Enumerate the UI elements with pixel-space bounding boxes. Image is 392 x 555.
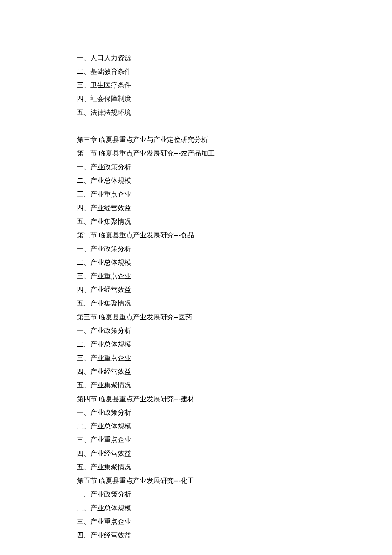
toc-line: 第一节 临夏县重点产业发展研究---农产品加工 [77, 147, 315, 160]
toc-line: 一、产业政策分析 [77, 242, 315, 256]
toc-line: 三、卫生医疗条件 [77, 78, 315, 92]
toc-line: 五、产业集聚情况 [77, 215, 315, 228]
toc-line: 四、社会保障制度 [77, 92, 315, 106]
toc-line: 三、产业重点企业 [77, 433, 315, 447]
toc-line: 一、产业政策分析 [77, 488, 315, 501]
toc-line: 二、产业总体规模 [77, 419, 315, 433]
blank-line [77, 119, 315, 133]
toc-line: 一、产业政策分析 [77, 406, 315, 419]
toc-line: 第四节 临夏县重点产业发展研究---建材 [77, 392, 315, 406]
toc-line: 一、人口人力资源 [77, 51, 315, 65]
toc-line: 第五节 临夏县重点产业发展研究---化工 [77, 474, 315, 488]
document-content: 一、人口人力资源二、基础教育条件三、卫生医疗条件四、社会保障制度五、法律法规环境… [77, 51, 315, 542]
toc-line: 三、产业重点企业 [77, 351, 315, 365]
toc-line: 二、产业总体规模 [77, 256, 315, 269]
toc-line: 四、产业经营效益 [77, 529, 315, 542]
toc-line: 四、产业经营效益 [77, 447, 315, 460]
toc-line: 五、产业集聚情况 [77, 297, 315, 310]
toc-line: 二、产业总体规模 [77, 174, 315, 188]
toc-line: 一、产业政策分析 [77, 160, 315, 174]
toc-line: 四、产业经营效益 [77, 201, 315, 215]
toc-line: 三、产业重点企业 [77, 269, 315, 283]
toc-line: 三、产业重点企业 [77, 188, 315, 201]
toc-line: 五、法律法规环境 [77, 106, 315, 119]
toc-line: 五、产业集聚情况 [77, 379, 315, 392]
toc-line: 第二节 临夏县重点产业发展研究---食品 [77, 228, 315, 242]
toc-line: 五、产业集聚情况 [77, 460, 315, 474]
toc-line: 第三节 临夏县重点产业发展研究--医药 [77, 310, 315, 324]
toc-line: 一、产业政策分析 [77, 324, 315, 338]
toc-line: 三、产业重点企业 [77, 515, 315, 529]
toc-line: 二、基础教育条件 [77, 65, 315, 78]
toc-line: 四、产业经营效益 [77, 283, 315, 297]
toc-line: 四、产业经营效益 [77, 365, 315, 379]
toc-line: 二、产业总体规模 [77, 338, 315, 351]
toc-line: 第三章 临夏县重点产业与产业定位研究分析 [77, 133, 315, 147]
toc-line: 二、产业总体规模 [77, 501, 315, 515]
